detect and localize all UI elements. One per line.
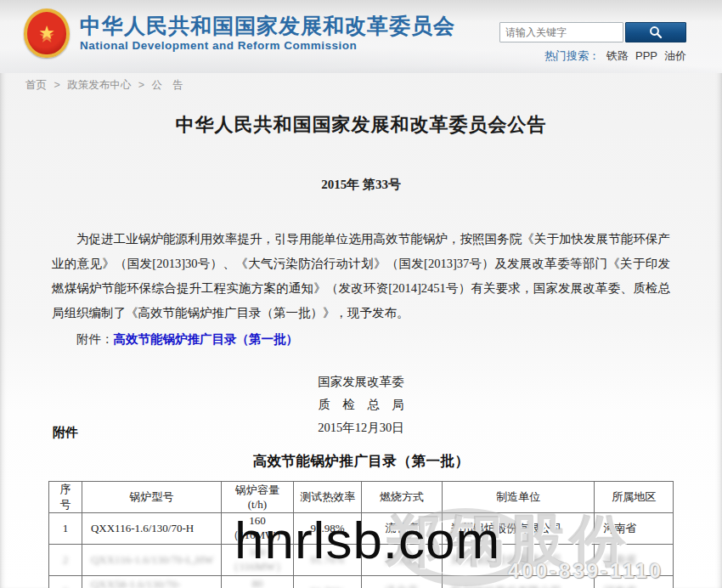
breadcrumb-announcement: 公 告 [152,79,184,91]
col-header-capacity: 锅炉容量(t/h) [221,482,293,513]
cell-model: QXX116-1.6/130/70-H [82,513,221,545]
cell-model: QXX58-1.6/130/70-L,HWII [82,576,221,588]
signature-agency-2: 质 检 总 局 [38,393,684,416]
hot-search-term-ppp[interactable]: PPP [635,49,657,62]
hot-search-term-oil[interactable]: 油价 [664,49,686,62]
announcement-number: 2015年 第33号 [38,177,684,193]
site-header: ★ 中华人民共和国国家发展和改革委员会 National Development… [0,0,722,73]
col-header-efficiency: 测试热效率 [294,482,362,513]
attachment-label: 附件： [76,332,114,346]
announcement-title: 中华人民共和国国家发展和改革委员会公告 [38,112,684,138]
search-button[interactable] [625,22,686,42]
cell-capacity: 80（58MW） [221,576,293,588]
site-title-zh: 中华人民共和国国家发展和改革委员会 [80,14,455,38]
breadcrumb: 首页 > 政策发布中心 > 公 告 [25,78,183,93]
cell-no: 3 [49,576,82,588]
col-header-model: 锅炉型号 [82,482,221,513]
attachment-line: 附件：高效节能锅炉推广目录（第一批） [38,327,684,352]
search-input[interactable] [499,22,623,42]
breadcrumb-separator: > [138,79,144,91]
announcement-body: 为促进工业锅炉能源利用效率提升，引导用能单位选用高效节能锅炉，按照国务院《关于加… [38,227,684,325]
search-area: 热门搜索：铁路PPP油价 [499,22,686,64]
breadcrumb-home[interactable]: 首页 [25,79,47,91]
cell-efficiency: 91.70% [294,576,362,588]
page: ★ 中华人民共和国国家发展和改革委员会 National Development… [0,0,722,588]
attachment-section-label: 附件 [53,425,684,441]
announcement-document: 中华人民共和国国家发展和改革委员会公告 2015年 第33号 为促进工业锅炉能源… [38,100,684,439]
cell-no: 2 [49,545,82,576]
site-brand[interactable]: ★ 中华人民共和国国家发展和改革委员会 National Development… [24,8,455,58]
catalog-table-title: 高效节能锅炉推广目录（第一批） [38,452,684,471]
search-icon [649,25,663,39]
attachment-link[interactable]: 高效节能锅炉推广目录（第一批） [114,332,299,346]
hot-search-term-railway[interactable]: 铁路 [606,49,629,62]
hot-search-label: 热门搜索： [544,49,600,62]
national-emblem-icon: ★ [24,8,70,58]
breadcrumb-separator: > [54,79,59,91]
breadcrumb-policy-center[interactable]: 政策发布中心 [67,79,131,91]
brand-text: 中华人民共和国国家发展和改革委员会 National Development a… [80,14,455,52]
hot-search-bar: 热门搜索：铁路PPP油价 [499,48,686,64]
col-header-no: 序号 [49,482,82,513]
site-title-en: National Development and Reform Commissi… [80,39,455,52]
cell-no: 1 [49,513,82,545]
signature-agency-1: 国家发展改革委 [38,370,684,393]
watermark-phone: 400-839-1110 [508,559,663,583]
star-icon: ★ [38,24,55,42]
watermark-domain: hnrlsb.com [234,510,500,570]
cell-model: QXX116-1.6/130/70-L,HW [82,545,221,576]
